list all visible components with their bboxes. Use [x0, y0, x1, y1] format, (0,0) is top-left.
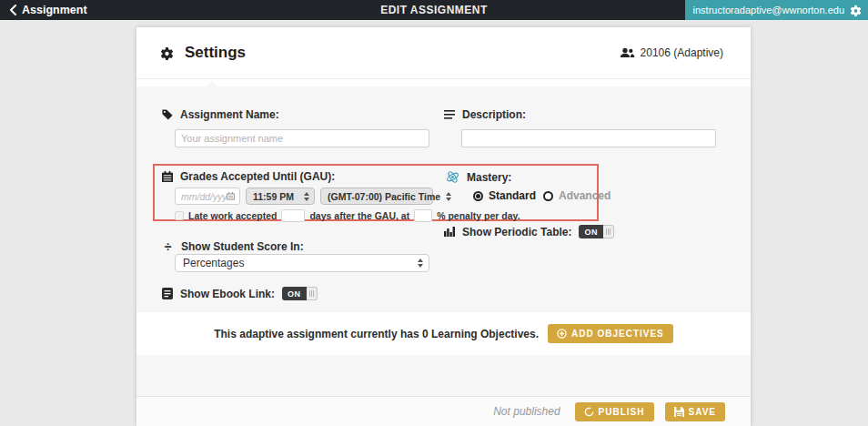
toggle-knob[interactable] [603, 225, 614, 238]
select-arrows-icon [298, 192, 309, 201]
score-label-row: ÷ Show Student Score In: [162, 239, 304, 254]
students-icon [620, 47, 635, 58]
add-objectives-label: ADD OBJECTIVES [571, 329, 664, 339]
back-to-assignment-button[interactable]: Assignment [0, 4, 87, 16]
toggle-on-label: ON [579, 225, 603, 238]
publish-refresh-icon [584, 407, 594, 417]
gear-icon [850, 5, 862, 16]
description-lines-icon [444, 110, 455, 120]
page-title: EDIT ASSIGNMENT [380, 4, 488, 16]
gau-timezone-select[interactable]: (GMT-07:00) Pacific Time [320, 188, 433, 205]
footer-bar: Not published PUBLISH SAVE [136, 396, 751, 426]
late-work-days-input[interactable] [281, 209, 305, 222]
panel-notch [206, 81, 218, 87]
toggle-on-label: ON [282, 287, 307, 300]
score-value: Percentages [183, 257, 244, 269]
select-arrows-icon [412, 259, 423, 268]
periodic-table-icon [444, 227, 455, 237]
late-work-checkbox[interactable] [175, 211, 184, 220]
divide-icon: ÷ [162, 239, 174, 254]
add-objectives-button[interactable]: ADD OBJECTIVES [548, 324, 673, 343]
late-work-middle: days after the GAU, at [309, 210, 409, 221]
mastery-label-row: Mastery: [446, 170, 511, 184]
ebook-row: Show Ebook Link: ON [162, 287, 318, 300]
assignment-name-input[interactable] [175, 129, 429, 147]
late-work-suffix: % penalty per day. [437, 210, 520, 221]
late-work-row: Late work accepted days after the GAU, a… [175, 209, 520, 222]
radio-unselected-icon [543, 191, 553, 201]
account-menu[interactable]: instructoradaptive@wwnorton.edu [685, 0, 868, 20]
radio-selected-icon [473, 191, 483, 201]
toggle-knob[interactable] [307, 287, 318, 300]
save-floppy-icon [674, 407, 684, 417]
ebook-icon [162, 288, 173, 299]
calendar-icon [162, 171, 173, 182]
gau-timezone-value: (GMT-07:00) Pacific Time [328, 191, 440, 202]
publish-status: Not published [493, 405, 560, 418]
periodic-table-row: Show Periodic Table: ON [444, 225, 614, 238]
save-label: SAVE [689, 407, 717, 417]
class-label: 20106 (Adaptive) [641, 46, 723, 59]
periodic-table-label: Show Periodic Table: [462, 226, 571, 238]
gau-label: Grades Accepted Until (GAU): [180, 170, 335, 183]
settings-gear-icon [160, 46, 174, 60]
gau-time-select[interactable]: 11:59 PM [246, 188, 315, 205]
chevron-left-icon [9, 5, 17, 15]
description-label: Description: [462, 108, 526, 121]
plus-circle-icon [557, 329, 567, 339]
top-bar: Assignment EDIT ASSIGNMENT instructorada… [0, 0, 868, 20]
assignment-name-label-row: Assignment Name: [162, 108, 279, 121]
tag-icon [162, 109, 173, 120]
score-label: Show Student Score In: [181, 240, 304, 253]
late-work-penalty-input[interactable] [414, 209, 432, 222]
ebook-label: Show Ebook Link: [180, 288, 275, 300]
late-work-prefix: Late work accepted [188, 210, 277, 221]
atom-icon [446, 170, 459, 184]
settings-form-panel: Assignment Name: Description: Grades Acc… [136, 86, 751, 312]
class-info: 20106 (Adaptive) [620, 46, 723, 59]
mastery-label: Mastery: [467, 171, 511, 184]
gau-time-value: 11:59 PM [253, 191, 294, 202]
mastery-radio-standard[interactable]: Standard [473, 189, 536, 202]
objectives-text: This adaptive assignment currently has 0… [214, 328, 539, 340]
periodic-table-toggle[interactable]: ON [579, 225, 614, 238]
account-email: instructoradaptive@wwnorton.edu [693, 5, 844, 15]
settings-card: Settings 20106 (Adaptive) Assignment Nam… [136, 27, 751, 426]
back-label: Assignment [22, 4, 87, 16]
section-title: Settings [185, 44, 246, 62]
assignment-name-label: Assignment Name: [180, 108, 279, 121]
mastery-radio-advanced[interactable]: Advanced [543, 189, 611, 202]
date-picker-calendar-icon[interactable] [227, 192, 235, 200]
gau-mastery-highlight-box: Grades Accepted Until (GAU): 11:59 PM (G… [153, 164, 599, 221]
select-arrows-icon [440, 192, 451, 201]
gau-date-field[interactable] [181, 191, 227, 202]
publish-button[interactable]: PUBLISH [575, 402, 654, 421]
objectives-strip: This adaptive assignment currently has 0… [136, 312, 751, 355]
description-label-row: Description: [444, 108, 526, 121]
mastery-advanced-label: Advanced [559, 189, 611, 202]
save-button[interactable]: SAVE [665, 402, 726, 421]
gau-label-row: Grades Accepted Until (GAU): [162, 170, 335, 183]
card-header: Settings 20106 (Adaptive) [136, 27, 751, 79]
mastery-standard-label: Standard [489, 189, 536, 202]
description-input[interactable] [461, 129, 716, 147]
publish-label: PUBLISH [599, 407, 645, 417]
lower-panel [136, 355, 751, 396]
score-select[interactable]: Percentages [175, 254, 429, 272]
gau-date-input[interactable] [175, 188, 240, 205]
ebook-toggle[interactable]: ON [282, 287, 318, 300]
